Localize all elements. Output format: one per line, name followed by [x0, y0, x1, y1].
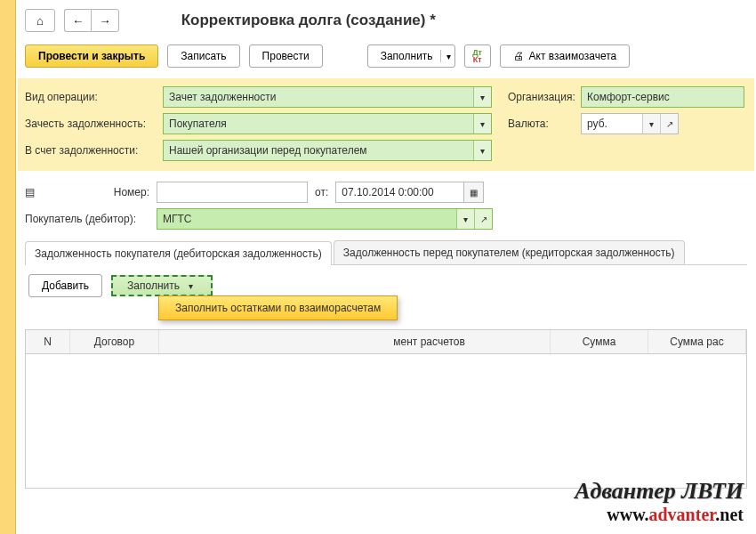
buyer-row: Покупатель (дебитор): МГТС ↗: [25, 206, 747, 235]
caret-down-icon: [189, 279, 193, 292]
operation-type-field[interactable]: Зачет задолженности: [163, 86, 492, 108]
post-button[interactable]: Провести: [249, 44, 323, 68]
watermark-brand: Адвантер ЛВТИ: [575, 478, 744, 505]
doc-number-row: ▤ Номер: от: 07.10.2014 0:00:00 ▦: [25, 178, 747, 206]
offset-debt-value: Покупателя: [164, 117, 473, 130]
col-doc-settlement-label: мент расчетов: [393, 336, 465, 348]
buyer-value: МГТС: [157, 213, 456, 225]
page-title: Корректировка долга (создание) *: [181, 12, 436, 29]
watermark-tld: .net: [715, 505, 744, 524]
tabs: Задолженность покупателя (дебиторская за…: [25, 240, 747, 265]
currency-value: руб.: [582, 117, 642, 130]
currency-open-icon[interactable]: ↗: [660, 114, 678, 134]
dtkt-button[interactable]: ДтКт: [464, 44, 491, 68]
organization-value: Комфорт-сервис: [582, 91, 744, 103]
offset-debt-label: Зачесть задолженность:: [25, 117, 163, 130]
form-header-block: Вид операции: Зачет задолженности Органи…: [18, 78, 754, 171]
calendar-icon: ▦: [470, 188, 478, 198]
col-sum: Сумма: [551, 330, 648, 353]
col-doc-settlement: XXXXXXXXXXXXXXXXXXXXXмент расчетов: [159, 330, 551, 353]
tab-creditor[interactable]: Задолженность перед покупателем (кредито…: [334, 240, 685, 264]
date-picker-button[interactable]: ▦: [464, 182, 484, 203]
fill-balances-label: Заполнить остатками по взаиморасчетам: [175, 302, 381, 314]
currency-label: Валюта:: [501, 117, 581, 130]
tab-debtor[interactable]: Задолженность покупателя (дебиторская за…: [25, 241, 332, 265]
fill-balances-menu-item[interactable]: Заполнить остатками по взаиморасчетам: [158, 295, 398, 320]
back-button[interactable]: ←: [64, 9, 91, 32]
watermark-url: www.advanter.net: [575, 505, 744, 525]
main-toolbar: Провести и закрыть Записать Провести Зап…: [25, 37, 747, 78]
table-header: N Договор XXXXXXXXXXXXXXXXXXXXXмент расч…: [26, 330, 746, 354]
document-icon: ▤: [25, 186, 41, 198]
printer-icon: [513, 50, 524, 62]
buyer-dropdown-icon[interactable]: [456, 209, 474, 229]
watermark-www: www.: [607, 505, 648, 524]
forward-button[interactable]: →: [91, 9, 118, 32]
nav-history: ← →: [64, 9, 119, 32]
write-button[interactable]: Записать: [167, 44, 239, 68]
fill-dropdown-label: Заполнить: [381, 50, 433, 62]
fill-dropdown-button[interactable]: Заполнить: [367, 44, 455, 68]
watermark: Адвантер ЛВТИ www.advanter.net: [575, 478, 744, 525]
titlebar: ⌂ ← → Корректировка долга (создание) *: [25, 0, 747, 37]
col-contract: Договор: [70, 330, 159, 353]
number-input[interactable]: [157, 182, 308, 203]
offset-debt-dropdown-icon[interactable]: [473, 114, 491, 134]
arrow-right-icon: →: [99, 14, 110, 28]
against-debt-dropdown-icon[interactable]: [473, 141, 491, 160]
arrow-left-icon: ←: [72, 14, 84, 28]
currency-field[interactable]: руб. ↗: [581, 113, 679, 134]
date-value: 07.10.2014 0:00:00: [342, 186, 433, 198]
table-fill-dropdown[interactable]: Заполнить: [111, 275, 213, 296]
organization-field[interactable]: Комфорт-сервис: [581, 86, 744, 108]
act-button-label: Акт взаимозачета: [529, 50, 617, 62]
operation-type-label: Вид операции:: [25, 91, 163, 103]
against-debt-value: Нашей организации перед покупателем: [164, 144, 473, 157]
operation-type-dropdown-icon[interactable]: [473, 87, 491, 107]
against-debt-field[interactable]: Нашей организации перед покупателем: [163, 140, 492, 161]
organization-label: Организация:: [501, 91, 581, 103]
against-debt-label: В счет задолженности:: [25, 144, 163, 157]
post-and-close-button[interactable]: Провести и закрыть: [25, 44, 158, 68]
number-label: Номер:: [43, 186, 157, 198]
col-number: N: [26, 330, 70, 353]
home-icon: ⌂: [36, 14, 44, 28]
col-sum-settlement: Сумма рас: [648, 330, 746, 353]
date-label: от:: [308, 186, 335, 198]
add-row-button[interactable]: Добавить: [28, 274, 102, 297]
table-fill-label: Заполнить: [127, 279, 180, 292]
offset-debt-field[interactable]: Покупателя: [163, 113, 492, 134]
buyer-field[interactable]: МГТС ↗: [157, 208, 493, 230]
act-button[interactable]: Акт взаимозачета: [500, 44, 631, 68]
date-input[interactable]: 07.10.2014 0:00:00: [335, 182, 464, 203]
watermark-domain: advanter: [649, 505, 716, 524]
settlements-table: N Договор XXXXXXXXXXXXXXXXXXXXXмент расч…: [25, 329, 747, 489]
buyer-label: Покупатель (дебитор):: [25, 213, 157, 225]
dtkt-icon: ДтКт: [472, 49, 482, 63]
currency-dropdown-icon[interactable]: [642, 114, 660, 134]
buyer-open-icon[interactable]: ↗: [474, 209, 492, 229]
app-left-stripe: [0, 0, 16, 534]
home-button[interactable]: ⌂: [25, 9, 55, 32]
table-body-empty[interactable]: [26, 354, 746, 488]
caret-down-icon: [440, 50, 451, 62]
operation-type-value: Зачет задолженности: [164, 91, 473, 103]
